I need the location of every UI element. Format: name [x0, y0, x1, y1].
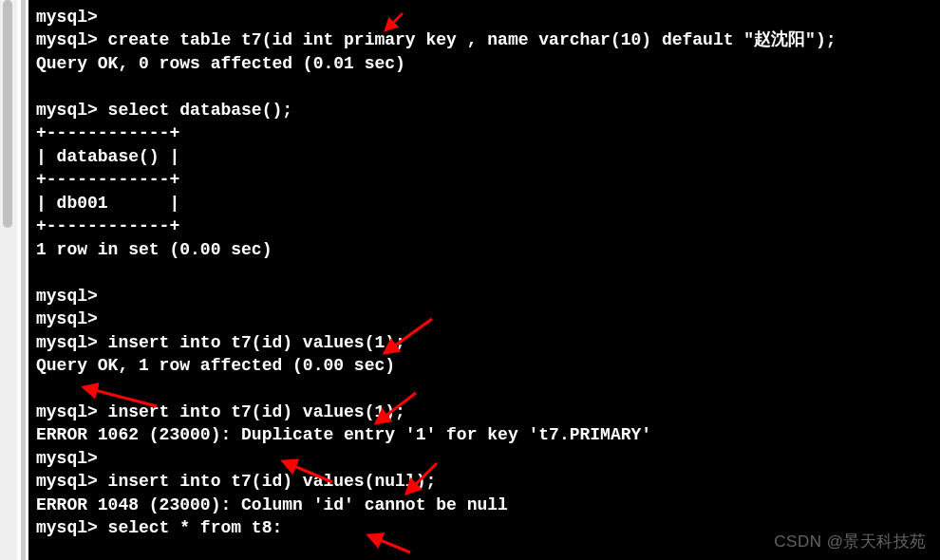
scrollbar-thumb[interactable] — [3, 0, 12, 228]
terminal-output[interactable]: mysql> mysql> create table t7(id int pri… — [28, 0, 940, 560]
scrollbar-track[interactable] — [0, 0, 17, 560]
left-border — [21, 0, 26, 560]
watermark-text: CSDN @景天科技苑 — [774, 531, 927, 552]
